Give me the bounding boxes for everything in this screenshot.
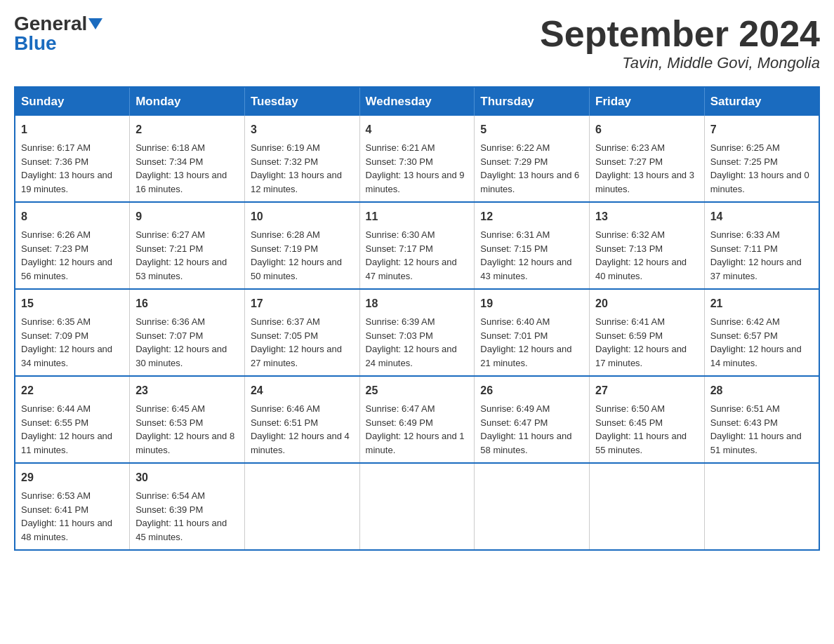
col-friday: Friday [590,87,705,116]
col-saturday: Saturday [704,87,819,116]
day-number: 21 [710,295,813,312]
sunrise-text: Sunrise: 6:44 AM [21,403,91,414]
sunrise-text: Sunrise: 6:49 AM [480,403,550,414]
daylight-text: Daylight: 12 hours and 56 minutes. [21,257,112,281]
calendar-cell: 24 Sunrise: 6:46 AM Sunset: 6:51 PM Dayl… [244,376,359,463]
sunrise-text: Sunrise: 6:45 AM [135,403,205,414]
daylight-text: Daylight: 12 hours and 40 minutes. [595,257,687,281]
calendar-table: Sunday Monday Tuesday Wednesday Thursday… [14,86,820,551]
calendar-cell: 5 Sunrise: 6:22 AM Sunset: 7:29 PM Dayli… [475,116,590,202]
sunset-text: Sunset: 7:15 PM [480,243,548,254]
sunrise-text: Sunrise: 6:19 AM [251,142,320,153]
daylight-text: Daylight: 12 hours and 27 minutes. [251,344,342,368]
calendar-cell: 21 Sunrise: 6:42 AM Sunset: 6:57 PM Dayl… [704,289,819,376]
day-number: 27 [595,382,699,399]
day-number: 25 [366,382,469,399]
calendar-week-row: 1 Sunrise: 6:17 AM Sunset: 7:36 PM Dayli… [15,116,819,202]
sunset-text: Sunset: 7:11 PM [710,243,778,254]
day-number: 11 [366,208,469,225]
calendar-cell [704,463,819,550]
calendar-cell: 14 Sunrise: 6:33 AM Sunset: 7:11 PM Dayl… [704,202,819,289]
calendar-cell: 19 Sunrise: 6:40 AM Sunset: 7:01 PM Dayl… [475,289,590,376]
daylight-text: Daylight: 12 hours and 1 minute. [366,431,465,455]
sunset-text: Sunset: 6:57 PM [710,330,778,341]
sunrise-text: Sunrise: 6:37 AM [251,316,320,327]
daylight-text: Daylight: 13 hours and 9 minutes. [366,170,465,194]
sunrise-text: Sunrise: 6:50 AM [595,403,665,414]
sunset-text: Sunset: 7:27 PM [595,156,663,167]
sunrise-text: Sunrise: 6:35 AM [21,316,91,327]
calendar-header-row: Sunday Monday Tuesday Wednesday Thursday… [15,87,819,116]
day-number: 17 [251,295,354,312]
sunset-text: Sunset: 6:59 PM [595,330,663,341]
sunrise-text: Sunrise: 6:17 AM [21,142,91,153]
day-number: 18 [366,295,469,312]
day-number: 15 [21,295,124,312]
day-number: 2 [135,121,239,138]
daylight-text: Daylight: 13 hours and 0 minutes. [710,170,809,194]
day-number: 4 [366,121,469,138]
daylight-text: Daylight: 12 hours and 14 minutes. [710,344,802,368]
sunrise-text: Sunrise: 6:42 AM [710,316,780,327]
sunrise-text: Sunrise: 6:53 AM [21,490,91,501]
sunset-text: Sunset: 7:30 PM [366,156,433,167]
day-number: 22 [21,382,124,399]
sunrise-text: Sunrise: 6:18 AM [135,142,205,153]
day-number: 7 [710,121,813,138]
col-monday: Monday [130,87,245,116]
calendar-cell: 9 Sunrise: 6:27 AM Sunset: 7:21 PM Dayli… [130,202,245,289]
logo: General Blue [14,14,102,53]
sunrise-text: Sunrise: 6:40 AM [480,316,550,327]
daylight-text: Daylight: 11 hours and 45 minutes. [135,518,227,542]
daylight-text: Daylight: 11 hours and 55 minutes. [595,431,687,455]
logo-general-text: General [14,14,87,34]
calendar-cell: 7 Sunrise: 6:25 AM Sunset: 7:25 PM Dayli… [704,116,819,202]
calendar-cell: 26 Sunrise: 6:49 AM Sunset: 6:47 PM Dayl… [475,376,590,463]
day-number: 24 [251,382,354,399]
sunset-text: Sunset: 7:29 PM [480,156,548,167]
logo-blue-text: Blue [14,34,57,53]
calendar-cell: 1 Sunrise: 6:17 AM Sunset: 7:36 PM Dayli… [15,116,130,202]
sunrise-text: Sunrise: 6:27 AM [135,229,205,240]
daylight-text: Daylight: 13 hours and 3 minutes. [595,170,694,194]
day-number: 8 [21,208,124,225]
sunrise-text: Sunrise: 6:33 AM [710,229,780,240]
daylight-text: Daylight: 12 hours and 30 minutes. [135,344,227,368]
sunset-text: Sunset: 7:19 PM [251,243,318,254]
daylight-text: Daylight: 12 hours and 37 minutes. [710,257,802,281]
sunset-text: Sunset: 6:43 PM [710,417,778,428]
col-sunday: Sunday [15,87,130,116]
col-wednesday: Wednesday [359,87,475,116]
sunset-text: Sunset: 7:09 PM [21,330,88,341]
day-number: 26 [480,382,583,399]
sunrise-text: Sunrise: 6:25 AM [710,142,780,153]
daylight-text: Daylight: 12 hours and 24 minutes. [366,344,457,368]
daylight-text: Daylight: 13 hours and 16 minutes. [135,170,227,194]
calendar-cell [590,463,705,550]
calendar-week-row: 15 Sunrise: 6:35 AM Sunset: 7:09 PM Dayl… [15,289,819,376]
daylight-text: Daylight: 12 hours and 4 minutes. [251,431,350,455]
daylight-text: Daylight: 11 hours and 58 minutes. [480,431,571,455]
sunrise-text: Sunrise: 6:41 AM [595,316,665,327]
page-header: General Blue September 2024 Tavin, Middl… [14,14,820,72]
sunrise-text: Sunrise: 6:47 AM [366,403,435,414]
day-number: 23 [135,382,239,399]
col-tuesday: Tuesday [244,87,359,116]
daylight-text: Daylight: 12 hours and 11 minutes. [21,431,112,455]
calendar-cell: 25 Sunrise: 6:47 AM Sunset: 6:49 PM Dayl… [359,376,475,463]
location-title: Tavin, Middle Govi, Mongolia [540,54,820,72]
sunset-text: Sunset: 6:45 PM [595,417,663,428]
calendar-cell: 4 Sunrise: 6:21 AM Sunset: 7:30 PM Dayli… [359,116,475,202]
calendar-cell: 22 Sunrise: 6:44 AM Sunset: 6:55 PM Dayl… [15,376,130,463]
sunset-text: Sunset: 6:39 PM [135,504,203,515]
calendar-cell: 27 Sunrise: 6:50 AM Sunset: 6:45 PM Dayl… [590,376,705,463]
daylight-text: Daylight: 11 hours and 51 minutes. [710,431,802,455]
calendar-cell: 2 Sunrise: 6:18 AM Sunset: 7:34 PM Dayli… [130,116,245,202]
calendar-cell: 8 Sunrise: 6:26 AM Sunset: 7:23 PM Dayli… [15,202,130,289]
sunrise-text: Sunrise: 6:54 AM [135,490,205,501]
calendar-cell: 10 Sunrise: 6:28 AM Sunset: 7:19 PM Dayl… [244,202,359,289]
calendar-cell: 3 Sunrise: 6:19 AM Sunset: 7:32 PM Dayli… [244,116,359,202]
col-thursday: Thursday [475,87,590,116]
sunset-text: Sunset: 6:51 PM [251,417,318,428]
sunset-text: Sunset: 7:25 PM [710,156,778,167]
